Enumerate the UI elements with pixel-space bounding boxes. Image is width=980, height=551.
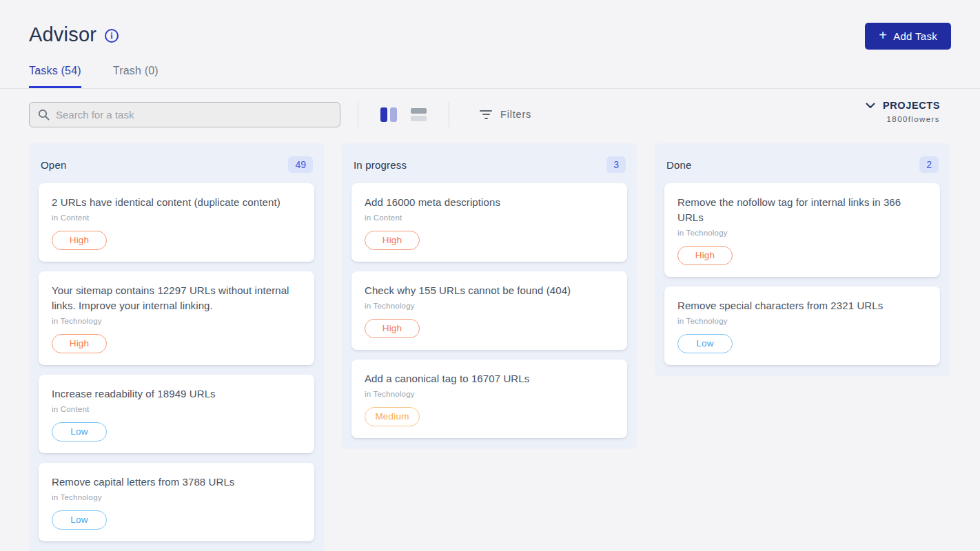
task-card[interactable]: Add 16000 meta descriptions in Content H… [351, 183, 627, 262]
task-card[interactable]: Remove special characters from 2321 URLs… [664, 287, 940, 365]
card-category: in Technology [677, 229, 927, 237]
card-category: in Technology [52, 493, 301, 501]
priority-pill: Low [52, 422, 107, 441]
view-toggles [380, 107, 427, 122]
column-header: Done 2 [664, 152, 940, 183]
page-header: Advisor i + Add Task [0, 0, 980, 52]
priority-pill: High [52, 231, 107, 250]
priority-pill: High [677, 246, 733, 265]
toolbar-divider [449, 102, 449, 127]
projects-label: PROJECTS [883, 100, 940, 111]
column-count-badge: 49 [288, 156, 313, 173]
column-header: In progress 3 [351, 152, 627, 183]
card-title: Add 16000 meta descriptions [365, 195, 614, 210]
kanban-board: Open 49 2 URLs have identical content (d… [29, 143, 951, 551]
projects-selector: PROJECTS 1800flowers [866, 100, 940, 123]
list-view-icon[interactable] [411, 108, 427, 121]
task-card[interactable]: Check why 155 URLs cannot be found (404)… [351, 271, 627, 350]
card-title: Remove special characters from 2321 URLs [677, 298, 927, 313]
search-box[interactable] [29, 102, 340, 127]
add-task-label: Add Task [893, 30, 937, 42]
column-count-badge: 2 [919, 156, 939, 173]
priority-pill: Medium [365, 407, 420, 426]
card-title: Add a canonical tag to 16707 URLs [365, 371, 614, 386]
tab-tasks[interactable]: Tasks (54) [29, 65, 81, 88]
card-title: Remove capital letters from 3788 URLs [52, 475, 301, 490]
card-title: Remove the nofollow tag for internal lin… [677, 195, 927, 225]
column-header: Open 49 [39, 152, 314, 183]
chevron-down-icon [866, 103, 875, 109]
priority-pill: High [52, 334, 107, 353]
column-count-badge: 3 [606, 156, 626, 173]
column-title: Open [41, 159, 67, 171]
toolbar-divider [358, 102, 358, 127]
card-title: Your sitemap contains 12297 URLs without… [52, 283, 301, 313]
task-card[interactable]: Increase readability of 18949 URLs in Co… [39, 375, 314, 453]
filters-button[interactable]: Filters [480, 109, 531, 120]
tab-bar: Tasks (54) Trash (0) [0, 65, 980, 89]
priority-pill: High [365, 319, 420, 338]
column-cards: Remove the nofollow tag for internal lin… [664, 183, 940, 365]
card-category: in Technology [52, 317, 301, 325]
search-icon [38, 109, 50, 121]
projects-dropdown[interactable]: PROJECTS [866, 100, 940, 111]
project-name: 1800flowers [866, 115, 940, 123]
kanban-column: Done 2 Remove the nofollow tag for inter… [655, 143, 950, 376]
info-icon[interactable]: i [105, 29, 119, 43]
task-card[interactable]: 2 URLs have identical content (duplicate… [39, 183, 314, 262]
priority-pill: Low [52, 510, 107, 530]
card-category: in Technology [365, 302, 614, 310]
filter-icon [480, 110, 492, 119]
card-category: in Content [52, 405, 301, 413]
tab-trash[interactable]: Trash (0) [113, 65, 159, 88]
kanban-column: Open 49 2 URLs have identical content (d… [29, 143, 324, 551]
page-title: Advisor i [29, 23, 951, 46]
kanban-column: In progress 3 Add 16000 meta description… [342, 143, 637, 449]
kanban-view-icon[interactable] [380, 107, 397, 122]
search-input[interactable] [56, 109, 331, 121]
card-title: Increase readability of 18949 URLs [52, 386, 301, 402]
card-category: in Content [52, 214, 301, 222]
task-card[interactable]: Add a canonical tag to 16707 URLs in Tec… [351, 360, 627, 438]
page-title-text: Advisor [29, 23, 96, 46]
priority-pill: Low [677, 334, 733, 353]
card-category: in Technology [365, 390, 614, 398]
column-title: Done [666, 159, 692, 171]
priority-pill: High [365, 231, 420, 250]
card-title: 2 URLs have identical content (duplicate… [52, 195, 301, 210]
column-cards: 2 URLs have identical content (duplicate… [39, 183, 314, 541]
filters-label: Filters [500, 109, 531, 120]
toolbar: Filters PROJECTS 1800flowers [29, 101, 951, 127]
add-task-button[interactable]: + Add Task [865, 23, 951, 50]
card-category: in Technology [677, 317, 927, 325]
task-card[interactable]: Your sitemap contains 12297 URLs without… [39, 271, 314, 365]
card-category: in Content [365, 214, 614, 222]
column-cards: Add 16000 meta descriptions in Content H… [351, 183, 627, 438]
task-card[interactable]: Remove capital letters from 3788 URLs in… [39, 463, 314, 541]
column-title: In progress [354, 159, 407, 171]
task-card[interactable]: Remove the nofollow tag for internal lin… [664, 183, 940, 277]
plus-icon: + [879, 28, 887, 43]
card-title: Check why 155 URLs cannot be found (404) [365, 283, 614, 298]
